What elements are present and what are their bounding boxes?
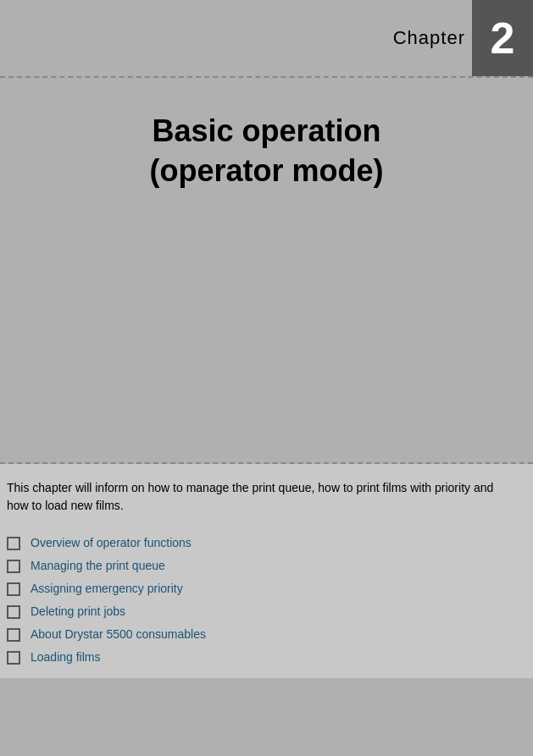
toc-checkbox-icon [7, 628, 20, 642]
page-title: Basic operation (operator mode) [51, 112, 482, 191]
description-text: This chapter will inform on how to manag… [0, 464, 533, 531]
toc-item: About Drystar 5500 consumables [7, 624, 526, 645]
chapter-header: Chapter 2 [0, 0, 533, 76]
title-area: Basic operation (operator mode) [0, 78, 533, 225]
toc-item: Managing the print queue [7, 555, 526, 577]
toc-link-assigning[interactable]: Assigning emergency priority [31, 582, 183, 595]
toc-item: Loading films [7, 647, 526, 668]
toc-checkbox-icon [7, 560, 20, 573]
toc-item: Deleting print jobs [7, 601, 526, 622]
toc-checkbox-icon [7, 537, 20, 550]
toc-checkbox-icon [7, 651, 20, 665]
toc-list: Overview of operator functionsManaging t… [0, 531, 533, 678]
toc-item: Assigning emergency priority [7, 578, 526, 599]
toc-checkbox-icon [7, 605, 20, 619]
toc-link-managing[interactable]: Managing the print queue [31, 559, 165, 572]
chapter-label: Chapter [393, 27, 465, 49]
content-area: This chapter will inform on how to manag… [0, 464, 533, 678]
toc-checkbox-icon [7, 582, 20, 596]
chapter-number: 2 [472, 0, 533, 76]
toc-item: Overview of operator functions [7, 533, 526, 554]
gray-spacer [0, 225, 533, 462]
toc-link-deleting[interactable]: Deleting print jobs [31, 604, 125, 618]
toc-link-loading[interactable]: Loading films [31, 650, 101, 664]
toc-link-overview[interactable]: Overview of operator functions [31, 536, 192, 549]
toc-link-about[interactable]: About Drystar 5500 consumables [31, 627, 206, 641]
